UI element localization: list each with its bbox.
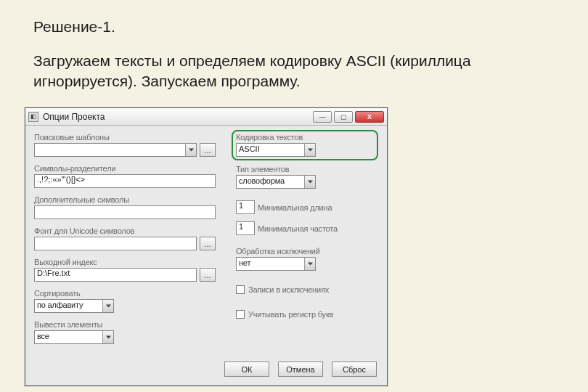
unicode-font-label: Фонт для Unicode символов xyxy=(34,226,216,235)
min-freq-input[interactable]: 1 xyxy=(236,221,255,235)
doc-body: Загружаем тексты и определяем кодировку … xyxy=(33,51,542,92)
close-button[interactable]: X xyxy=(355,111,384,123)
exclusions-label: Обработка исключений xyxy=(236,247,374,256)
separators-input[interactable]: .,!?;:«»"'()[]<> xyxy=(34,174,216,188)
encoding-value: ASCII xyxy=(237,144,304,156)
hits-in-exclusions-row[interactable]: Записи в исключениях xyxy=(236,285,374,294)
app-icon: ◧ xyxy=(28,112,38,122)
min-length-label: Минимальная длина xyxy=(258,203,332,212)
output-index-browse-button[interactable]: ... xyxy=(200,268,216,282)
output-elements-value: все xyxy=(35,331,102,343)
encoding-highlight: Кодировка текстов ASCII xyxy=(232,130,378,160)
chevron-down-icon[interactable] xyxy=(185,144,196,156)
unicode-font-input[interactable] xyxy=(34,237,197,250)
case-sensitive-row[interactable]: Учитывать регистр букв xyxy=(236,310,374,319)
search-templates-combo[interactable] xyxy=(34,143,197,157)
chevron-down-icon[interactable] xyxy=(102,300,113,312)
options-window: ◧ Опции Проекта — ▢ X Поисковые шаблоны … xyxy=(25,107,388,386)
window-title: Опции Проекта xyxy=(43,112,313,122)
doc-heading: Решение-1. xyxy=(33,18,115,36)
chevron-down-icon[interactable] xyxy=(102,331,113,343)
output-index-input[interactable]: D:\Fre.txt xyxy=(34,268,197,282)
min-length-input[interactable]: 1 xyxy=(236,200,255,214)
separators-label: Символы-разделители xyxy=(34,164,216,173)
output-elements-label: Вывести элементы xyxy=(34,320,216,329)
output-elements-combo[interactable]: все xyxy=(34,330,114,344)
reset-button[interactable]: Сброс xyxy=(332,362,377,377)
sort-value: по алфавиту xyxy=(35,300,102,312)
chevron-down-icon[interactable] xyxy=(304,258,315,270)
element-type-combo[interactable]: словоформа xyxy=(236,175,316,189)
search-templates-browse-button[interactable]: ... xyxy=(200,143,216,157)
search-templates-label: Поисковые шаблоны xyxy=(34,133,216,142)
output-index-label: Выходной индекс xyxy=(34,258,216,266)
additional-symbols-label: Дополнительные символы xyxy=(34,195,216,204)
cancel-button[interactable]: Отмена xyxy=(278,362,323,377)
ok-button[interactable]: ОК xyxy=(224,362,269,377)
titlebar[interactable]: ◧ Опции Проекта — ▢ X xyxy=(25,108,387,126)
search-templates-value xyxy=(35,144,185,156)
sort-label: Сортировать xyxy=(34,289,216,298)
encoding-label: Кодировка текстов xyxy=(236,133,374,142)
additional-symbols-input[interactable] xyxy=(34,205,216,219)
case-sensitive-label: Учитывать регистр букв xyxy=(248,310,333,319)
maximize-button[interactable]: ▢ xyxy=(334,111,353,123)
hits-in-exclusions-checkbox[interactable] xyxy=(236,285,245,294)
encoding-combo[interactable]: ASCII xyxy=(236,143,316,157)
unicode-font-browse-button[interactable]: ... xyxy=(200,237,216,250)
minimize-button[interactable]: — xyxy=(313,111,332,123)
element-type-value: словоформа xyxy=(237,176,304,188)
hits-in-exclusions-label: Записи в исключениях xyxy=(248,285,329,294)
min-freq-label: Минимальная частота xyxy=(258,224,338,233)
exclusions-combo[interactable]: нет xyxy=(236,257,316,271)
chevron-down-icon[interactable] xyxy=(304,144,315,156)
sort-combo[interactable]: по алфавиту xyxy=(34,299,114,313)
element-type-label: Тип элементов xyxy=(236,165,374,173)
chevron-down-icon[interactable] xyxy=(304,176,315,188)
exclusions-value: нет xyxy=(237,258,304,270)
case-sensitive-checkbox[interactable] xyxy=(236,310,245,319)
